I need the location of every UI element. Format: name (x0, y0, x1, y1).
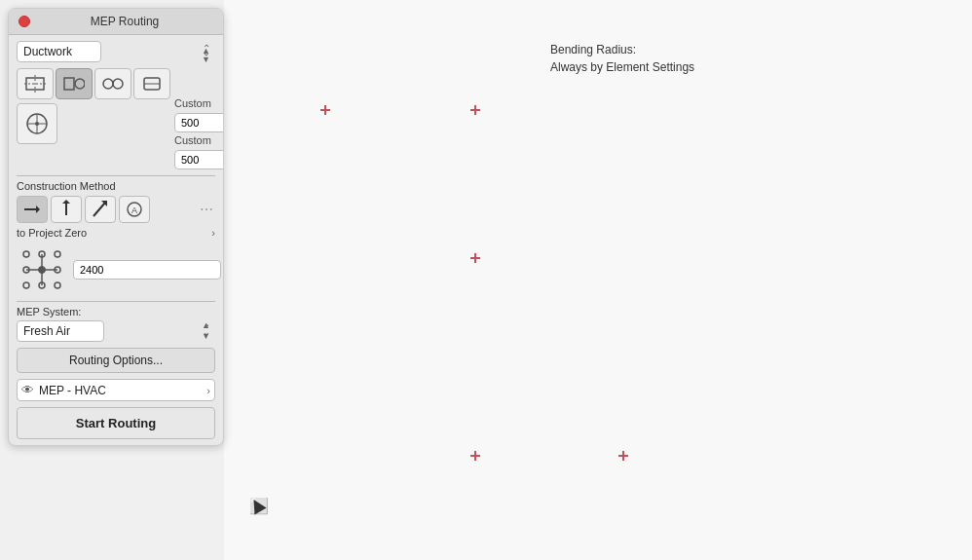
custom-label-2: Custom (174, 134, 224, 146)
cross-marker-2 (469, 104, 481, 116)
project-zero-chevron[interactable]: › (211, 227, 215, 239)
custom-input-row-1: › (174, 113, 224, 132)
construct-btn-diagonal[interactable] (85, 196, 116, 223)
panel-title: MEP Routing (36, 15, 213, 28)
mep-system-dropdown[interactable]: Fresh Air Supply Air Return Air Exhaust … (17, 320, 104, 342)
bending-radius-line2: Always by Element Settings (550, 58, 694, 76)
svg-point-5 (103, 79, 113, 89)
cross-marker-1 (319, 104, 331, 116)
mep-hvac-label: MEP - HVAC (39, 384, 106, 397)
svg-line-17 (93, 203, 105, 216)
construct-more-icon[interactable]: ⋯ (200, 202, 213, 217)
node-section (17, 244, 215, 295)
shape-btn-special[interactable] (133, 68, 170, 99)
svg-rect-3 (64, 78, 74, 90)
canvas-area: Bending Radius: Always by Element Settin… (224, 0, 972, 560)
system-dropdown-row: Ductwork Pipework Cable Tray Conduit ▲▼ (17, 41, 215, 62)
mep-hvac-left: 👁 MEP - HVAC (21, 383, 106, 397)
left-shape-icon (17, 103, 57, 144)
svg-marker-16 (62, 200, 70, 204)
shape-buttons-row (17, 68, 170, 99)
custom-input-2[interactable] (174, 150, 224, 169)
svg-point-25 (55, 251, 60, 257)
divider-1 (17, 175, 215, 176)
cross-marker-3 (469, 252, 481, 264)
mep-hvac-row[interactable]: 👁 MEP - HVAC › (17, 379, 215, 401)
system-dropdown-wrapper[interactable]: Ductwork Pipework Cable Tray Conduit ▲▼ (17, 41, 215, 62)
svg-marker-14 (36, 205, 40, 213)
bending-radius-text: Bending Radius: Always by Element Settin… (550, 41, 694, 76)
svg-point-31 (55, 282, 60, 288)
svg-point-6 (113, 79, 123, 89)
construction-method-label: Construction Method (17, 180, 215, 192)
construct-btn-auto[interactable]: A (119, 196, 150, 223)
svg-point-12 (35, 122, 39, 126)
system-dropdown[interactable]: Ductwork Pipework Cable Tray Conduit (17, 41, 101, 62)
panel-content: Ductwork Pipework Cable Tray Conduit ▲▼ (9, 35, 223, 445)
mep-hvac-chevron: › (206, 385, 210, 396)
project-zero-label: to Project Zero (17, 227, 87, 239)
mep-system-dropdown-row: Fresh Air Supply Air Return Air Exhaust … (17, 320, 215, 342)
divider-2 (17, 301, 215, 302)
svg-point-27 (39, 267, 46, 274)
panel-titlebar: MEP Routing (9, 9, 223, 35)
svg-text:A: A (131, 205, 137, 215)
start-routing-button[interactable]: Start Routing (17, 407, 215, 439)
project-zero-row: to Project Zero › (17, 227, 215, 239)
node-grid[interactable] (17, 244, 67, 295)
routing-options-button[interactable]: Routing Options... (17, 348, 215, 373)
mep-system-dropdown-wrapper[interactable]: Fresh Air Supply Air Return Air Exhaust … (17, 320, 215, 342)
eye-icon: 👁 (21, 383, 34, 397)
cross-marker-4 (469, 450, 481, 462)
shape-btn-rect-circle[interactable] (56, 68, 93, 99)
construct-btn-vertical[interactable] (51, 196, 82, 223)
node-value-input[interactable] (73, 260, 221, 280)
close-button[interactable] (19, 16, 30, 27)
bending-radius-line1: Bending Radius: (550, 41, 694, 58)
svg-point-23 (23, 251, 29, 257)
construct-btn-horizontal[interactable] (17, 196, 48, 223)
svg-point-4 (75, 79, 85, 89)
custom-label-1: Custom (174, 97, 224, 109)
cross-marker-5 (617, 450, 629, 462)
shape-btn-rect[interactable] (17, 68, 54, 99)
custom-input-row-2: › (174, 150, 224, 169)
mep-system-label: MEP System: (17, 306, 215, 317)
svg-point-29 (23, 282, 29, 288)
construction-buttons-row: A ⋯ (17, 196, 215, 223)
shape-btn-circle-circle[interactable] (94, 68, 131, 99)
mep-routing-panel: MEP Routing Ductwork Pipework Cable Tray… (8, 8, 224, 446)
custom-input-1[interactable] (174, 113, 224, 132)
